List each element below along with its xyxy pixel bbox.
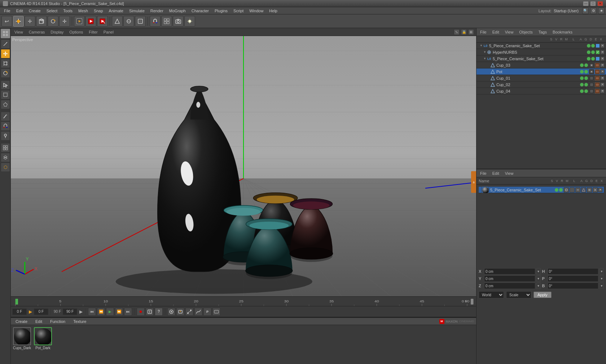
object-mode-btn[interactable] bbox=[112, 16, 123, 27]
axis-tool[interactable] bbox=[1, 39, 10, 49]
obj-row-main-set[interactable]: ▼ L0 5_Piece_Ceramic_Sake_Set ✕ bbox=[477, 43, 606, 49]
menu-window[interactable]: Window bbox=[247, 8, 266, 14]
box-select-tool[interactable] bbox=[1, 90, 10, 99]
end-frame-input[interactable] bbox=[63, 308, 77, 315]
obj-x-cup04[interactable]: ✕ bbox=[600, 89, 605, 93]
vp-expand-icon[interactable]: ⤡ bbox=[454, 29, 460, 35]
mat-icon5[interactable] bbox=[587, 187, 592, 192]
poly-select-tool[interactable] bbox=[1, 100, 10, 109]
key-sel-btn[interactable] bbox=[176, 308, 184, 316]
coord-y-arrow[interactable]: ▼ bbox=[536, 275, 541, 282]
obj-check-hypernurbs[interactable]: ✓ bbox=[596, 50, 600, 54]
render-region-btn[interactable] bbox=[74, 16, 85, 27]
scale-tool-left[interactable] bbox=[1, 59, 10, 68]
obj-x-main-set[interactable]: ✕ bbox=[600, 44, 605, 48]
magnet-tool[interactable] bbox=[1, 121, 10, 131]
coord-y-input[interactable] bbox=[484, 275, 535, 282]
menu-edit[interactable]: Edit bbox=[14, 8, 26, 14]
edge-mode-btn[interactable] bbox=[123, 16, 134, 27]
poly-mode-btn[interactable] bbox=[135, 16, 146, 27]
tag1-pot[interactable] bbox=[589, 69, 594, 74]
scale-btn[interactable]: ✛ bbox=[59, 16, 70, 27]
menu-tools[interactable]: Tools bbox=[61, 8, 75, 14]
tag2-pot[interactable] bbox=[595, 69, 600, 74]
obj-color-main-set[interactable] bbox=[596, 44, 600, 48]
motion-path-btn[interactable] bbox=[185, 308, 193, 316]
move-tool-btn[interactable] bbox=[13, 16, 24, 27]
tag-tool[interactable]: ⬡ bbox=[1, 163, 10, 172]
obj-menu-view[interactable]: View bbox=[504, 29, 515, 35]
tag1-cup03[interactable] bbox=[589, 63, 594, 68]
rotate-tool-left[interactable] bbox=[1, 68, 10, 78]
mat-icon2[interactable] bbox=[570, 187, 575, 192]
menu-plugins[interactable]: Plugins bbox=[212, 8, 230, 14]
tag2-cup04[interactable] bbox=[595, 89, 600, 94]
tag1-cup04[interactable] bbox=[589, 89, 594, 94]
render-btn[interactable] bbox=[85, 16, 96, 27]
tag1-cup02[interactable] bbox=[589, 82, 594, 87]
tag1-cup01[interactable] bbox=[589, 76, 594, 81]
coord-x-arrow[interactable]: ▼ bbox=[536, 268, 541, 275]
menu-create[interactable]: Create bbox=[26, 8, 43, 14]
select-tool[interactable] bbox=[1, 80, 10, 90]
step-backward-btn[interactable]: ⏪ bbox=[97, 308, 105, 316]
side-tab[interactable]: ⊳ bbox=[471, 171, 476, 193]
layout-search-icon[interactable]: 🔍 bbox=[582, 8, 589, 14]
vp-grid-icon[interactable]: ⊞ bbox=[468, 29, 474, 35]
obj-x-cup01[interactable]: ✕ bbox=[600, 76, 605, 80]
coord-apply-button[interactable]: Apply bbox=[533, 292, 552, 298]
coord-x-input[interactable] bbox=[484, 268, 535, 275]
mat-icon3[interactable] bbox=[575, 187, 580, 192]
tag2-cup03[interactable] bbox=[595, 63, 600, 68]
obj-x-set-child[interactable]: ✕ bbox=[600, 57, 605, 61]
obj-menu-edit[interactable]: Edit bbox=[491, 29, 501, 35]
expand-main-set[interactable]: ▼ bbox=[479, 44, 483, 48]
menu-character[interactable]: Character bbox=[189, 8, 211, 14]
autokey-btn[interactable] bbox=[146, 308, 154, 316]
minimize-button[interactable]: — bbox=[583, 1, 589, 6]
move-tool-left[interactable] bbox=[1, 49, 10, 58]
coord-b-arrow[interactable]: ▼ bbox=[600, 283, 604, 289]
menu-script[interactable]: Script bbox=[231, 8, 246, 14]
record-btn[interactable]: ⏺ bbox=[137, 308, 145, 316]
bottom-edit-btn[interactable]: Edit bbox=[33, 319, 45, 324]
help-btn[interactable]: ? bbox=[155, 308, 163, 316]
layout-gear-icon[interactable]: ⚙ bbox=[590, 8, 597, 14]
obj-x-cup03[interactable]: ✕ bbox=[600, 63, 605, 67]
start-frame-input[interactable] bbox=[34, 308, 48, 315]
obj-color-set-child[interactable] bbox=[596, 57, 600, 61]
coord-h-arrow[interactable]: ▼ bbox=[600, 268, 604, 275]
coord-world-select[interactable]: World Object Parent bbox=[479, 291, 504, 298]
rotate-btn[interactable] bbox=[48, 16, 58, 27]
vp-tab-view[interactable]: View bbox=[13, 29, 25, 35]
coord-z-arrow[interactable]: ▼ bbox=[536, 283, 541, 289]
obj-menu-tags[interactable]: Tags bbox=[537, 29, 548, 35]
expand-set-child[interactable]: ▼ bbox=[483, 57, 487, 61]
coord-b-input[interactable] bbox=[548, 283, 599, 289]
obj-menu-bookmarks[interactable]: Bookmarks bbox=[551, 29, 574, 35]
camera-btn[interactable] bbox=[173, 16, 184, 27]
new-object-btn[interactable]: ✛ bbox=[25, 16, 35, 27]
mat-x-main[interactable]: ✕ bbox=[598, 188, 602, 192]
mat-cups-dark[interactable]: Cups_Dark bbox=[13, 327, 31, 350]
play-btn[interactable]: ▶ bbox=[106, 308, 114, 316]
undo-btn[interactable]: ↩ bbox=[1, 16, 12, 27]
obj-row-cup04[interactable]: Cup_04 ✕ bbox=[477, 88, 606, 94]
obj-row-cup03[interactable]: Cup_03 ✕ bbox=[477, 62, 606, 68]
vp-tab-display[interactable]: Display bbox=[49, 29, 65, 35]
obj-x-hypernurbs[interactable]: ✕ bbox=[600, 50, 605, 54]
layout-bookmark-icon[interactable]: ★ bbox=[598, 8, 605, 14]
coord-scale-select[interactable]: Scale Size bbox=[506, 291, 531, 298]
menu-snap[interactable]: Snap bbox=[91, 8, 106, 14]
viewport-canvas[interactable]: Perspective bbox=[11, 36, 476, 296]
coord-p-arrow[interactable]: ▼ bbox=[600, 275, 604, 282]
menu-select[interactable]: Select bbox=[44, 8, 60, 14]
grid-tool[interactable] bbox=[1, 143, 10, 152]
close-button[interactable]: ✕ bbox=[597, 1, 603, 6]
mat-icon1[interactable] bbox=[564, 187, 569, 192]
coord-p-input[interactable] bbox=[548, 275, 599, 282]
vp-lock-icon[interactable]: 🔒 bbox=[461, 29, 467, 35]
expand-hypernurbs[interactable]: ▼ bbox=[483, 50, 487, 54]
step-forward-btn[interactable]: ⏩ bbox=[115, 308, 123, 316]
cube-btn[interactable] bbox=[36, 16, 47, 27]
